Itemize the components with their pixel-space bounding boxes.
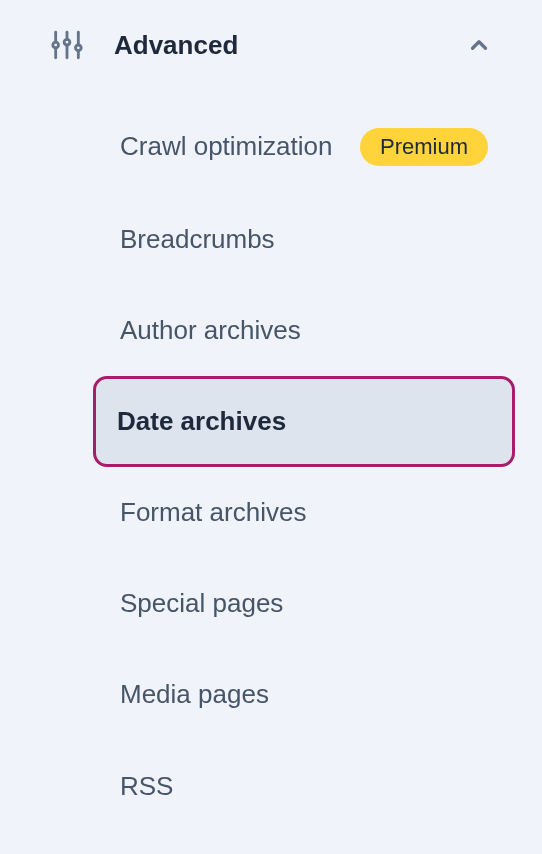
menu-item-special-pages[interactable]: Special pages <box>96 558 512 649</box>
menu-item-label: Crawl optimization <box>120 129 332 164</box>
menu-item-author-archives[interactable]: Author archives <box>96 285 512 376</box>
svg-point-7 <box>64 39 70 45</box>
menu-item-label: Special pages <box>120 586 283 621</box>
menu-list: Crawl optimization Premium Breadcrumbs A… <box>30 100 512 832</box>
menu-item-rss[interactable]: RSS <box>96 741 512 832</box>
chevron-up-icon <box>466 32 492 58</box>
svg-point-8 <box>76 45 82 51</box>
menu-item-breadcrumbs[interactable]: Breadcrumbs <box>96 194 512 285</box>
sliders-icon <box>50 28 84 62</box>
menu-item-format-archives[interactable]: Format archives <box>96 467 512 558</box>
menu-item-date-archives[interactable]: Date archives <box>93 376 515 467</box>
section-header-advanced[interactable]: Advanced <box>30 20 512 70</box>
menu-item-label: RSS <box>120 769 173 804</box>
menu-item-crawl-optimization[interactable]: Crawl optimization Premium <box>96 100 512 194</box>
menu-item-label: Media pages <box>120 677 269 712</box>
menu-item-label: Date archives <box>117 404 286 439</box>
section-title: Advanced <box>114 30 436 61</box>
svg-point-6 <box>53 42 59 48</box>
menu-item-label: Author archives <box>120 313 301 348</box>
premium-badge: Premium <box>360 128 488 166</box>
menu-item-label: Format archives <box>120 495 306 530</box>
menu-item-label: Breadcrumbs <box>120 222 275 257</box>
menu-item-media-pages[interactable]: Media pages <box>96 649 512 740</box>
